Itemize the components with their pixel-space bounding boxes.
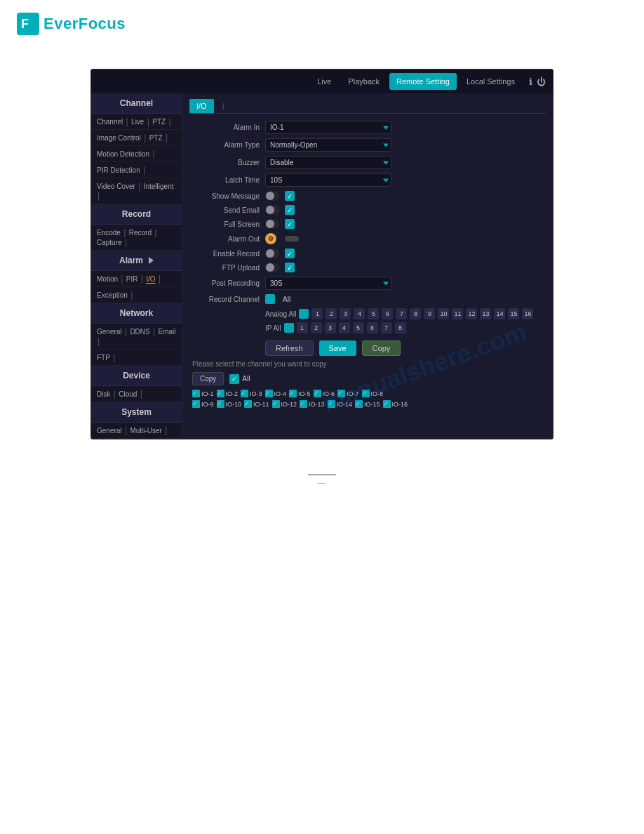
ch-io11[interactable]: ✓IO-11 (244, 400, 269, 408)
sidebar-item-motion[interactable]: Motion (97, 275, 118, 283)
sidebar-item-pir[interactable]: PIR (126, 275, 138, 283)
sidebar-item-intelligent[interactable]: Intelligent (144, 183, 174, 190)
ip4[interactable]: 4 (339, 322, 350, 333)
ip-all-check[interactable] (284, 323, 294, 333)
sidebar-item-ftp[interactable]: FTP (97, 354, 110, 362)
ch-io9-checkbox[interactable]: ✓ (192, 400, 200, 408)
ip7[interactable]: 7 (381, 322, 392, 333)
ch-io7-checkbox[interactable]: ✓ (337, 390, 345, 397)
ch-io15[interactable]: ✓IO-15 (355, 400, 380, 408)
ch-io3-checkbox[interactable]: ✓ (241, 390, 248, 397)
ch-io12[interactable]: ✓IO-12 (272, 400, 297, 408)
sidebar-item-general-net[interactable]: General (97, 328, 122, 336)
ch-io6[interactable]: ✓IO-6 (314, 390, 335, 397)
n7[interactable]: 7 (396, 308, 407, 319)
sidebar-item-io[interactable]: I/O (146, 275, 155, 284)
sidebar-item-image-control[interactable]: Image Control (97, 134, 141, 142)
ch-io4[interactable]: ✓IO-4 (265, 390, 287, 397)
n13[interactable]: 13 (480, 308, 491, 319)
ch-io9[interactable]: ✓IO-9 (192, 400, 214, 408)
sidebar-item-multi-user[interactable]: Multi-User (130, 427, 162, 435)
alarm-type-select[interactable]: Normally-Open (265, 138, 391, 152)
n4[interactable]: 4 (354, 308, 365, 319)
ch-io4-checkbox[interactable]: ✓ (265, 390, 273, 397)
tab-io[interactable]: I/O (189, 99, 214, 113)
nav-remote-setting[interactable]: Remote Setting (389, 73, 457, 90)
sidebar-item-exception[interactable]: Exception (97, 291, 128, 299)
ch-io16-checkbox[interactable]: ✓ (383, 400, 391, 408)
sidebar-item-email[interactable]: Email (159, 328, 176, 336)
ip6[interactable]: 6 (367, 322, 378, 333)
ch-io11-checkbox[interactable]: ✓ (244, 400, 252, 408)
n1[interactable]: 1 (311, 308, 323, 319)
ftp-upload-check[interactable]: ✓ (285, 263, 295, 272)
ch-io10[interactable]: ✓IO-10 (217, 400, 242, 408)
n6[interactable]: 6 (382, 308, 393, 319)
ch-io14[interactable]: ✓IO-14 (328, 400, 353, 408)
sidebar-item-disk[interactable]: Disk (97, 390, 110, 398)
copy-button[interactable]: Copy (362, 340, 401, 356)
sidebar-item-capture[interactable]: Capture (97, 239, 122, 246)
ch-io7[interactable]: ✓IO-7 (337, 390, 359, 397)
latch-time-select[interactable]: 10S (265, 173, 391, 187)
ch-io3[interactable]: ✓IO-3 (241, 390, 262, 397)
sidebar-item-channel[interactable]: Channel (97, 118, 123, 126)
sidebar-item-pir-detection[interactable]: PIR Detection (97, 166, 140, 174)
sidebar-item-general-sys[interactable]: General (97, 427, 122, 435)
ch-io15-checkbox[interactable]: ✓ (355, 400, 363, 408)
ch-io13[interactable]: ✓IO-13 (300, 400, 325, 408)
sidebar-item-video-cover[interactable]: Video Cover (97, 183, 135, 190)
n12[interactable]: 12 (466, 308, 477, 319)
n2[interactable]: 2 (326, 308, 337, 319)
ip8[interactable]: 8 (395, 322, 406, 333)
nav-live[interactable]: Live (310, 73, 338, 90)
alarm-in-select[interactable]: IO-1 (265, 121, 391, 134)
sidebar-item-motion-detection[interactable]: Motion Detection (97, 150, 149, 158)
copy-all-checkbox[interactable]: ✓ (229, 374, 239, 384)
save-button[interactable]: Save (319, 340, 356, 356)
ch-io2[interactable]: ✓IO-2 (217, 390, 239, 397)
ch-io13-checkbox[interactable]: ✓ (300, 400, 307, 408)
alarm-out-gear-icon[interactable]: ⚙ (265, 233, 276, 244)
ch-io6-checkbox[interactable]: ✓ (314, 390, 321, 397)
sidebar-item-ptz[interactable]: PTZ (152, 118, 166, 126)
ch-io8[interactable]: ✓IO-8 (362, 390, 384, 397)
n14[interactable]: 14 (494, 308, 505, 319)
ch-io16[interactable]: ✓IO-16 (383, 400, 408, 408)
nav-playback[interactable]: Playback (341, 73, 387, 90)
send-email-check[interactable]: ✓ (285, 205, 295, 215)
record-channel-all-check[interactable] (265, 294, 275, 304)
ch-io5-checkbox[interactable]: ✓ (289, 390, 297, 397)
show-message-check[interactable]: ✓ (285, 191, 295, 201)
enable-record-check[interactable]: ✓ (285, 249, 295, 258)
copy-action-button[interactable]: Copy (192, 372, 224, 385)
n15[interactable]: 15 (508, 308, 519, 319)
ip5[interactable]: 5 (353, 322, 364, 333)
refresh-button[interactable]: Refresh (265, 340, 314, 356)
analog-all-check[interactable] (299, 309, 309, 319)
ch-io8-checkbox[interactable]: ✓ (362, 390, 370, 397)
ch-io2-checkbox[interactable]: ✓ (217, 390, 224, 397)
sidebar-item-cloud[interactable]: Cloud (119, 390, 137, 398)
sidebar-item-encode[interactable]: Encode (97, 229, 121, 237)
ch-io14-checkbox[interactable]: ✓ (328, 400, 335, 408)
n3[interactable]: 3 (340, 308, 351, 319)
ip2[interactable]: 2 (311, 322, 322, 333)
full-screen-check[interactable]: ✓ (285, 219, 295, 229)
power-icon[interactable]: ⏻ (537, 77, 546, 87)
sidebar-item-live[interactable]: Live (131, 118, 144, 126)
n9[interactable]: 9 (424, 308, 435, 319)
sidebar-item-ddns[interactable]: DDNS (130, 328, 149, 336)
ch-io1[interactable]: ✓IO-1 (192, 390, 214, 397)
n8[interactable]: 8 (410, 308, 421, 319)
ch-io1-checkbox[interactable]: ✓ (192, 390, 200, 397)
n16[interactable]: 16 (522, 308, 533, 319)
n10[interactable]: 10 (438, 308, 449, 319)
sidebar-item-record[interactable]: Record (129, 229, 152, 237)
sidebar-item-ptz2[interactable]: PTZ (149, 134, 163, 142)
info-icon[interactable]: ℹ (529, 77, 532, 87)
post-recording-select[interactable]: 30S (265, 277, 391, 290)
n5[interactable]: 5 (368, 308, 379, 319)
ch-io5[interactable]: ✓IO-5 (289, 390, 311, 397)
ip3[interactable]: 3 (325, 322, 336, 333)
